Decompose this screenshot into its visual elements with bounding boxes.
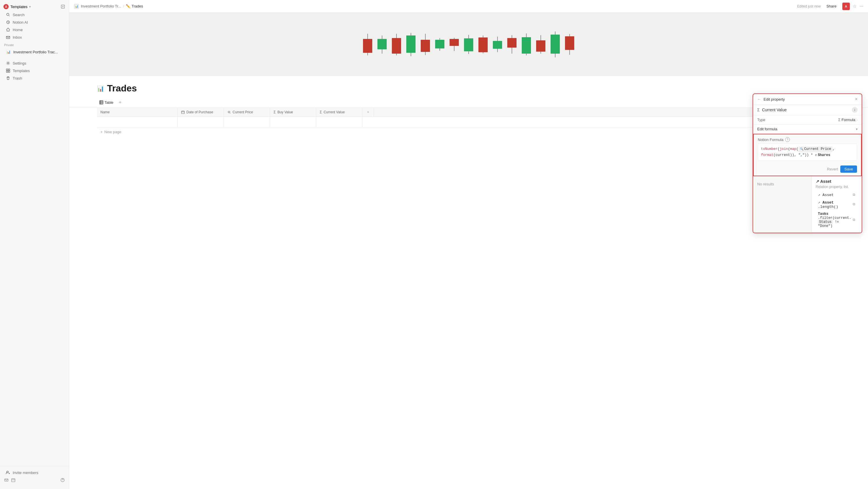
ep-type-chevron: ›: [857, 118, 858, 122]
investment-page-icon: 📊: [6, 49, 11, 55]
new-page-row[interactable]: + New page: [97, 127, 840, 136]
asset-name: Asset: [820, 179, 831, 184]
col-header-buy[interactable]: Σ Buy Value: [270, 108, 316, 117]
cell-buy: [270, 117, 316, 127]
candle: [464, 35, 473, 54]
sidebar-invite-members[interactable]: Invite members: [2, 468, 67, 477]
page-title-icon: 📊: [97, 85, 104, 92]
ep-type-value[interactable]: Σ Formula ›: [838, 118, 858, 122]
formula-shares-prop: # Shares: [815, 153, 830, 158]
sidebar-item-inbox[interactable]: Inbox: [2, 33, 67, 41]
add-view-button[interactable]: +: [117, 99, 123, 105]
ep-name-input[interactable]: [762, 107, 852, 112]
save-button[interactable]: Save: [840, 165, 857, 173]
candle-wick-top: [468, 35, 469, 38]
chart-area: [69, 13, 868, 76]
candle-wick-top: [483, 35, 483, 37]
suggestion-item-2[interactable]: Tasks .filter(current. Status != "Done")…: [816, 210, 858, 229]
candle: [377, 35, 387, 54]
col-current-label: Current Value: [323, 110, 345, 114]
workspace-chevron: ▾: [29, 5, 31, 9]
candle: [450, 38, 459, 51]
candle-wick-bottom: [396, 54, 397, 55]
right-suggestions: ↗ Asset Relation property, list. ↗ Asset…: [812, 176, 862, 233]
mail-icon[interactable]: [4, 478, 9, 483]
candle-body: [522, 37, 531, 54]
candle-body: [435, 40, 444, 48]
sidebar-investment-page[interactable]: 📊 Investment Portfolio Trac...: [2, 48, 67, 56]
more-button[interactable]: ···: [860, 4, 863, 9]
candle: [493, 37, 502, 52]
sidebar-item-home[interactable]: Home: [2, 26, 67, 33]
copy-icon-2[interactable]: ⧉: [853, 218, 855, 222]
ep-header: ← Edit property ×: [753, 94, 862, 105]
ep-close-button[interactable]: ×: [855, 97, 858, 101]
sidebar-item-notion-ai[interactable]: Notion AI: [2, 19, 67, 26]
col-header-name[interactable]: Name: [97, 108, 178, 117]
candle-body: [507, 38, 517, 47]
col-header-current[interactable]: Σ Current Value: [316, 108, 363, 117]
col-price-label: Current Price: [232, 110, 253, 114]
left-suggestions: No results: [753, 176, 812, 233]
asset-title: ↗ Asset: [816, 179, 858, 184]
breadcrumb-page-icon: 📊: [74, 4, 79, 9]
notion-logo: A: [3, 4, 9, 9]
ep-field-name-row: Σ i: [753, 105, 862, 115]
candle-body: [536, 40, 546, 52]
suggestion-item-1[interactable]: ↗ Asset .length() ⧉: [816, 199, 858, 210]
share-button[interactable]: Share: [824, 3, 839, 9]
calendar-icon[interactable]: [11, 478, 16, 483]
sidebar-bottom: Invite members: [0, 466, 69, 487]
formula-input-area[interactable]: toNumber(join(map(🔍 Current Price, forma…: [758, 143, 857, 161]
copy-icon-0[interactable]: ⧉: [853, 193, 855, 197]
col-header-date[interactable]: Date of Purchase: [178, 108, 224, 117]
sidebar-ai-label: Notion AI: [13, 20, 28, 25]
col-header-price[interactable]: Current Price: [224, 108, 270, 117]
candle: [435, 38, 444, 51]
star-button[interactable]: ☆: [853, 3, 857, 9]
ep-type-row[interactable]: Type Σ Formula ›: [753, 115, 862, 125]
investment-page-label: Investment Portfolio Trac...: [13, 50, 58, 54]
sidebar-item-trash[interactable]: Trash: [2, 74, 67, 82]
ep-info-button[interactable]: i: [852, 107, 858, 113]
candle: [478, 35, 488, 54]
breadcrumb-separator: /: [123, 4, 124, 8]
candle-wick-bottom: [454, 46, 455, 51]
ep-title: Edit property: [764, 97, 853, 101]
candle-wick-top: [512, 35, 512, 38]
trash-label: Trash: [13, 76, 22, 80]
workspace-header[interactable]: A Templates ▾: [0, 2, 69, 11]
page-title[interactable]: Trades: [107, 83, 137, 94]
table-view-tab[interactable]: Table: [97, 99, 116, 106]
sidebar-item-search[interactable]: Search: [2, 11, 67, 19]
revert-button[interactable]: Revert: [827, 167, 838, 171]
breadcrumb-parent[interactable]: Investment Portfolio Tr...: [81, 4, 121, 8]
candle-wick-top: [569, 34, 570, 36]
col-header-add[interactable]: +: [363, 108, 374, 117]
candle-wick-top: [425, 34, 426, 40]
formula-editor: Notion Formula ? toNumber(join(map(🔍 Cur…: [753, 134, 862, 176]
sidebar-item-settings[interactable]: Settings: [2, 59, 67, 67]
topbar-right: Edited just now Share A ☆ ···: [797, 3, 863, 10]
private-section-label: Private: [0, 41, 69, 48]
ep-back-button[interactable]: ←: [757, 97, 761, 101]
db-toolbar: Table +: [69, 97, 868, 108]
candle-body: [551, 35, 560, 54]
help-icon[interactable]: [60, 478, 65, 483]
ep-edit-formula-row[interactable]: Edit formula ▾: [753, 125, 862, 134]
avatar[interactable]: A: [842, 3, 850, 10]
content-area: 📊 Trades Table +: [69, 13, 868, 489]
candle-wick-top: [497, 37, 498, 41]
sidebar-item-templates[interactable]: Templates: [2, 67, 67, 74]
candle: [536, 35, 546, 54]
ep-formula-chevron: ▾: [856, 127, 858, 131]
candle-body: [363, 39, 372, 53]
suggestion-item-0[interactable]: ↗ Asset ⧉: [816, 191, 858, 199]
svg-rect-15: [182, 111, 184, 113]
svg-rect-13: [99, 101, 103, 104]
current-page-title: Trades: [132, 4, 143, 8]
db-toolbar-left: Table +: [97, 99, 123, 106]
formula-help-icon[interactable]: ?: [785, 137, 790, 142]
copy-icon-1[interactable]: ⧉: [853, 202, 855, 206]
new-page-icon[interactable]: [60, 4, 65, 9]
